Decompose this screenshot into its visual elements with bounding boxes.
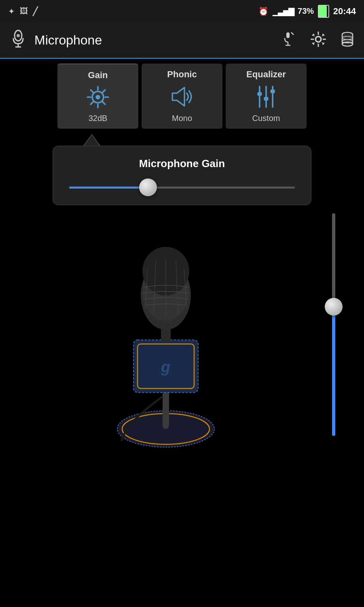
svg-line-35 bbox=[91, 102, 93, 104]
tab-gain[interactable]: Gain 32dB bbox=[57, 64, 138, 129]
tabs-row: Gain 32dB Phonic bbox=[0, 59, 364, 129]
gain-slider-container[interactable] bbox=[69, 181, 295, 193]
tab-phonic-sublabel: Mono bbox=[172, 114, 192, 123]
gain-icon bbox=[84, 83, 112, 111]
svg-rect-14 bbox=[324, 39, 326, 40]
tab-phonic-label: Phonic bbox=[167, 69, 197, 80]
tab-equalizer[interactable]: Equalizer Custom bbox=[226, 64, 307, 129]
gain-slider-fill bbox=[69, 187, 148, 189]
svg-rect-4 bbox=[286, 32, 290, 38]
volume-vertical-slider[interactable] bbox=[328, 213, 340, 436]
gain-slider-track bbox=[69, 187, 295, 189]
svg-rect-38 bbox=[257, 92, 262, 96]
app-bar: Microphone bbox=[0, 22, 364, 59]
performance-mic-icon[interactable] bbox=[281, 31, 298, 49]
tab-eq-label: Equalizer bbox=[246, 69, 286, 80]
tab-gain-label: Gain bbox=[88, 70, 108, 81]
svg-marker-36 bbox=[172, 87, 184, 106]
app-mic-icon bbox=[8, 28, 28, 52]
notify-icon-3: ╱ bbox=[33, 6, 38, 16]
notify-icon-2: 🖼 bbox=[20, 6, 28, 16]
time-display: 20:44 bbox=[333, 6, 356, 17]
mic-area: g bbox=[0, 205, 364, 460]
status-right-area: ⏰ ▁▃▅▇ 73% ▐ 20:44 bbox=[258, 5, 356, 18]
svg-rect-13 bbox=[311, 39, 313, 40]
svg-rect-40 bbox=[264, 97, 268, 100]
mic-illustration: g bbox=[85, 223, 255, 459]
svg-line-32 bbox=[91, 90, 93, 92]
svg-rect-42 bbox=[271, 89, 275, 93]
database-icon[interactable] bbox=[339, 31, 356, 49]
battery-icon: ▐ bbox=[318, 5, 329, 18]
svg-point-3 bbox=[17, 34, 20, 37]
app-bar-actions bbox=[281, 31, 356, 49]
svg-line-7 bbox=[291, 32, 294, 35]
svg-point-10 bbox=[316, 37, 321, 42]
gain-panel-outer: Microphone Gain bbox=[0, 134, 364, 205]
svg-line-33 bbox=[103, 102, 105, 104]
equalizer-icon bbox=[254, 82, 278, 111]
gain-panel-title: Microphone Gain bbox=[69, 157, 295, 170]
status-left-icons: ✦ 🖼 ╱ bbox=[8, 6, 38, 16]
app-title-area: Microphone bbox=[8, 28, 281, 52]
v-slider-thumb[interactable] bbox=[325, 298, 343, 316]
svg-rect-12 bbox=[318, 45, 319, 47]
main-content: g bbox=[0, 205, 364, 460]
settings-icon[interactable] bbox=[310, 31, 327, 49]
gain-panel: Microphone Gain bbox=[53, 146, 311, 205]
padding-area bbox=[0, 460, 364, 541]
clock-icon: ⏰ bbox=[258, 6, 269, 16]
panel-arrow bbox=[83, 134, 101, 146]
tab-eq-sublabel: Custom bbox=[252, 114, 280, 123]
svg-point-27 bbox=[95, 95, 100, 99]
v-slider-track bbox=[332, 213, 335, 436]
gain-panel-wrapper: Microphone Gain bbox=[53, 134, 311, 205]
tab-phonic[interactable]: Phonic Mono bbox=[142, 64, 222, 129]
v-slider-fill-bottom bbox=[332, 314, 335, 436]
app-title-text: Microphone bbox=[34, 33, 102, 48]
phonic-icon bbox=[168, 82, 196, 111]
svg-text:g: g bbox=[161, 359, 170, 376]
battery-percent: 73% bbox=[298, 6, 314, 16]
svg-line-34 bbox=[103, 90, 105, 92]
signal-icon: ▁▃▅▇ bbox=[273, 6, 294, 16]
gain-slider-thumb[interactable] bbox=[139, 178, 157, 196]
status-bar: ✦ 🖼 ╱ ⏰ ▁▃▅▇ 73% ▐ 20:44 bbox=[0, 0, 364, 22]
svg-rect-11 bbox=[318, 32, 319, 34]
tab-gain-sublabel: 32dB bbox=[89, 114, 108, 123]
notify-icon-1: ✦ bbox=[8, 6, 15, 16]
